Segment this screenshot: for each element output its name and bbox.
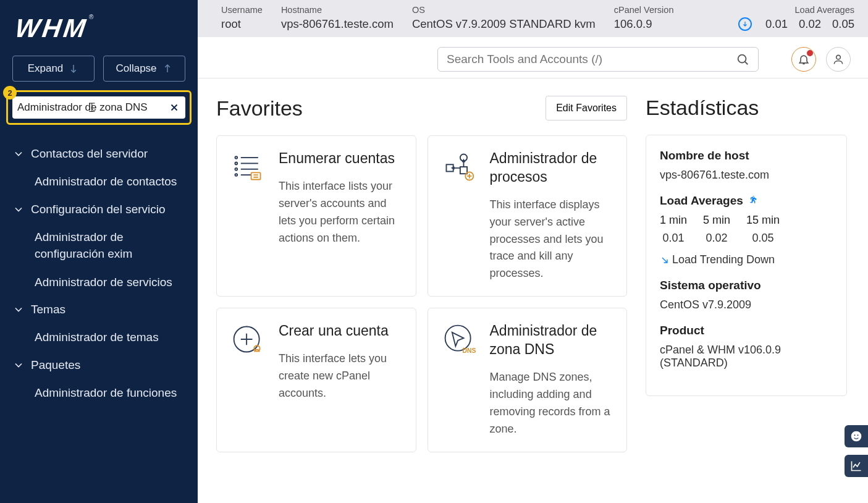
load-15: 0.05 [832, 17, 854, 31]
process-manager-icon [442, 150, 476, 184]
favorite-card-process-manager[interactable]: Administrador de procesos This interface… [428, 135, 628, 297]
arrow-down-right-icon [660, 255, 670, 265]
nav-group-label: Contactos del servidor [31, 147, 148, 161]
stats-os-value: CentOS v7.9.2009 [660, 298, 833, 311]
favorite-card-list-accounts[interactable]: Enumerar cuentas This interface lists yo… [216, 135, 416, 297]
arrow-down-icon [68, 63, 79, 74]
la-val-15min: 0.05 [746, 232, 780, 245]
nav-item[interactable]: Administrador de funciones [0, 379, 198, 408]
nav-group-toggle[interactable]: Configuración del servicio [0, 198, 198, 224]
svg-point-0 [738, 55, 746, 63]
tutorial-step-badge: 2 [3, 86, 17, 99]
os-label: OS [412, 5, 596, 15]
nav-item[interactable]: Administrador de contactos [0, 168, 198, 197]
stats-hostname-value: vps-806761.teste.com [660, 169, 833, 182]
svg-point-17 [857, 434, 859, 436]
sidebar-search-input[interactable] [17, 100, 168, 115]
stats-la-label: Load Averages [660, 194, 743, 208]
feedback-tab[interactable] [845, 425, 868, 447]
card-title: Enumerar cuentas [279, 150, 402, 168]
close-icon [169, 102, 180, 113]
dns-zone-icon: DNS [442, 322, 476, 357]
whm-logo[interactable]: WHM® [0, 0, 198, 49]
load-trend-text: Load Trending Down [672, 253, 775, 266]
nav-item[interactable]: Administrador de servicios [0, 269, 198, 297]
collapse-button[interactable]: Collapse [103, 56, 185, 82]
svg-point-4 [235, 168, 237, 171]
nav-group-toggle[interactable]: Temas [0, 298, 198, 324]
nav-group-label: Configuración del servicio [31, 203, 166, 216]
hostname-label: Hostname [281, 5, 394, 15]
svg-point-3 [235, 163, 237, 165]
stats-os-label: Sistema operativo [660, 279, 833, 292]
main-content: Favorites Edit Favorites Enumerar cuenta… [198, 78, 646, 503]
la-col-15min: 15 min [746, 214, 780, 227]
stats-product-value: cPanel & WHM v106.0.9 (STANDARD) [660, 344, 833, 370]
notifications-button[interactable] [791, 47, 816, 72]
cpanel-version-label: cPanel Version [614, 5, 674, 15]
nav-group-toggle[interactable]: Paquetes [0, 353, 198, 379]
favorite-card-create-account[interactable]: Crear una cuenta This interface lets you… [216, 308, 416, 452]
chart-icon [850, 460, 862, 472]
svg-rect-6 [251, 172, 261, 179]
svg-rect-9 [460, 167, 466, 174]
username-value: root [221, 17, 263, 31]
la-val-5min: 0.02 [703, 232, 730, 245]
chevron-down-icon [12, 303, 25, 316]
card-title: Administrador de zona DNS [490, 322, 613, 359]
user-icon [832, 53, 845, 66]
card-title: Crear una cuenta [279, 322, 402, 340]
stats-product-label: Product [660, 324, 833, 337]
search-icon[interactable] [736, 53, 749, 66]
create-account-icon [230, 322, 265, 357]
notification-dot [807, 50, 813, 56]
sidebar: WHM® Expand Collapse 2 𝙸 [0, 0, 198, 503]
card-description: This interface lets you create new cPane… [279, 350, 402, 402]
collapse-label: Collapse [116, 62, 156, 75]
load-5: 0.02 [799, 17, 821, 31]
nav-item[interactable]: Administrador de configuración exim [0, 224, 198, 269]
svg-point-15 [851, 431, 862, 442]
favorite-card-dns-zone-manager[interactable]: DNS Administrador de zona DNS Manage DNS… [428, 308, 628, 452]
trend-down-icon [738, 17, 752, 31]
sidebar-nav[interactable]: Contactos del servidor Administrador de … [0, 142, 198, 503]
svg-text:DNS: DNS [462, 348, 476, 355]
logo-text: WHM [14, 14, 90, 43]
edit-favorites-button[interactable]: Edit Favorites [546, 96, 627, 120]
user-menu-button[interactable] [826, 47, 851, 72]
svg-point-5 [235, 174, 237, 176]
cpanel-version-value: 106.0.9 [614, 17, 674, 31]
nav-item[interactable]: Administrador de temas [0, 324, 198, 352]
os-value: CentOS v7.9.2009 STANDARD kvm [412, 17, 596, 31]
la-val-1min: 0.01 [660, 232, 687, 245]
nav-group-toggle[interactable]: Contactos del servidor [0, 142, 198, 168]
la-col-1min: 1 min [660, 214, 687, 227]
tools-search-input[interactable] [447, 53, 736, 66]
tools-search[interactable] [437, 47, 759, 72]
svg-point-2 [235, 156, 237, 159]
svg-point-1 [836, 55, 841, 59]
chevron-down-icon [12, 359, 25, 371]
load-1: 0.01 [765, 17, 788, 31]
stats-tab[interactable] [845, 455, 868, 477]
svg-point-16 [854, 434, 856, 436]
list-accounts-icon [230, 150, 265, 184]
stats-title: Estadísticas [646, 96, 847, 120]
clear-search-button[interactable] [168, 101, 180, 114]
stats-panel: Estadísticas Nombre de host vps-806761.t… [646, 78, 868, 503]
sidebar-search-highlight: 2 𝙸 [6, 90, 192, 125]
running-person-icon [748, 194, 758, 208]
info-bar: Username root Hostname vps-806761.teste.… [198, 0, 868, 37]
card-description: Manage DNS zones, including adding and r… [490, 369, 613, 438]
toolbar [198, 37, 868, 78]
chevron-down-icon [12, 203, 25, 216]
chevron-down-icon [12, 148, 25, 160]
stats-hostname-label: Nombre de host [660, 149, 833, 163]
card-description: This interface lists your server's accou… [279, 178, 402, 247]
arrow-up-icon [162, 63, 173, 74]
card-title: Administrador de procesos [490, 150, 613, 187]
nav-group-label: Paquetes [31, 358, 80, 372]
expand-button[interactable]: Expand [12, 56, 95, 82]
la-col-5min: 5 min [703, 214, 730, 227]
favorites-title: Favorites [216, 96, 303, 120]
